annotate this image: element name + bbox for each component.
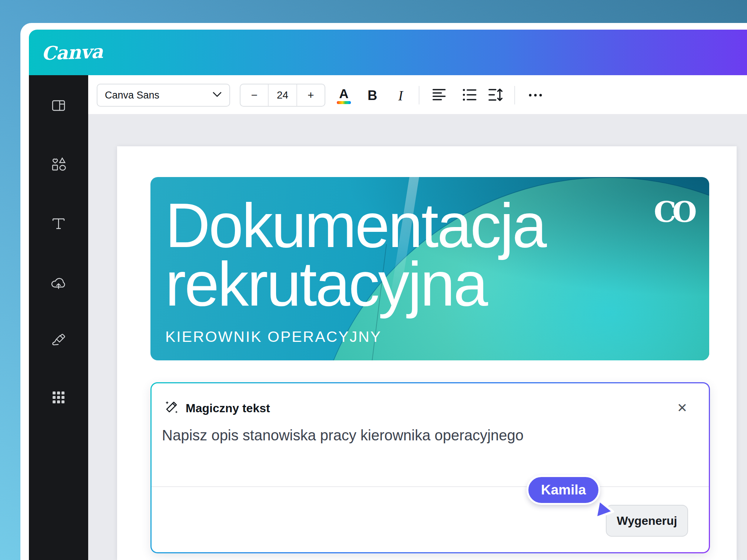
document-banner-image[interactable]: Dokumentacjarekrutacyjna KIEROWNIK OPERA… bbox=[150, 177, 709, 360]
design-panels-icon bbox=[51, 98, 66, 113]
draw-pen-icon bbox=[50, 332, 67, 349]
font-family-selector[interactable]: Canva Sans bbox=[97, 84, 230, 107]
sidebar bbox=[29, 75, 88, 560]
apps-grid-icon bbox=[51, 390, 66, 405]
text-tool-icon bbox=[51, 216, 66, 231]
magic-wand-icon bbox=[163, 400, 179, 417]
prompt-text-input[interactable]: Napisz opis stanowiska pracy kierownika … bbox=[162, 427, 636, 444]
more-options-button[interactable] bbox=[525, 85, 546, 106]
rainbow-color-bar bbox=[337, 101, 351, 104]
toolbar-divider bbox=[419, 86, 419, 104]
sidebar-item-text[interactable] bbox=[29, 201, 88, 246]
font-size-decrease-button[interactable]: − bbox=[240, 84, 268, 106]
bulleted-list-button[interactable] bbox=[459, 85, 480, 106]
dialog-divider bbox=[152, 486, 709, 487]
generate-button[interactable]: Wygeneruj bbox=[606, 505, 688, 537]
sidebar-item-draw[interactable] bbox=[29, 318, 88, 363]
sidebar-item-uploads[interactable] bbox=[29, 261, 88, 306]
align-left-icon bbox=[432, 88, 446, 103]
stage: Canva bbox=[0, 0, 747, 560]
sidebar-item-design[interactable] bbox=[29, 83, 88, 128]
canva-logo[interactable]: Canva bbox=[41, 29, 103, 76]
banner-subtitle: KIEROWNIK OPERACYJNY bbox=[165, 328, 545, 346]
text-color-letter: A bbox=[339, 87, 348, 100]
app-header bbox=[29, 30, 747, 75]
font-size-increase-button[interactable]: + bbox=[297, 84, 325, 106]
uploads-cloud-icon bbox=[50, 275, 67, 291]
font-size-stepper: − 24 + bbox=[240, 84, 325, 107]
text-color-button[interactable]: A bbox=[333, 85, 354, 106]
sidebar-item-apps[interactable] bbox=[29, 375, 88, 420]
dialog-header: Magiczny tekst bbox=[163, 400, 270, 417]
toolbar-divider bbox=[514, 86, 515, 104]
elements-shapes-icon bbox=[51, 157, 66, 172]
sidebar-item-elements[interactable] bbox=[29, 142, 88, 187]
dialog-title: Magiczny tekst bbox=[186, 401, 270, 415]
magic-text-dialog-body: Magiczny tekst ✕ Napisz opis stanowiska … bbox=[152, 383, 709, 552]
close-icon[interactable]: ✕ bbox=[674, 400, 690, 416]
collaborator-name-badge: Kamila bbox=[527, 475, 600, 505]
text-align-button[interactable] bbox=[429, 85, 449, 106]
chevron-down-icon bbox=[212, 91, 222, 99]
font-family-value: Canva Sans bbox=[105, 90, 159, 101]
font-size-value[interactable]: 24 bbox=[268, 84, 297, 106]
more-options-icon bbox=[527, 92, 544, 99]
banner-title: Dokumentacjarekrutacyjna bbox=[165, 196, 545, 313]
line-spacing-button[interactable] bbox=[485, 85, 506, 106]
magic-text-dialog: Magiczny tekst ✕ Napisz opis stanowiska … bbox=[150, 382, 710, 553]
banner-brand-monogram: CO bbox=[654, 196, 693, 229]
banner-text-block[interactable]: Dokumentacjarekrutacyjna KIEROWNIK OPERA… bbox=[165, 196, 545, 346]
italic-button[interactable]: I bbox=[390, 85, 411, 106]
bold-button[interactable]: B bbox=[362, 85, 383, 106]
bulleted-list-icon bbox=[462, 88, 477, 103]
line-spacing-icon bbox=[488, 88, 503, 103]
